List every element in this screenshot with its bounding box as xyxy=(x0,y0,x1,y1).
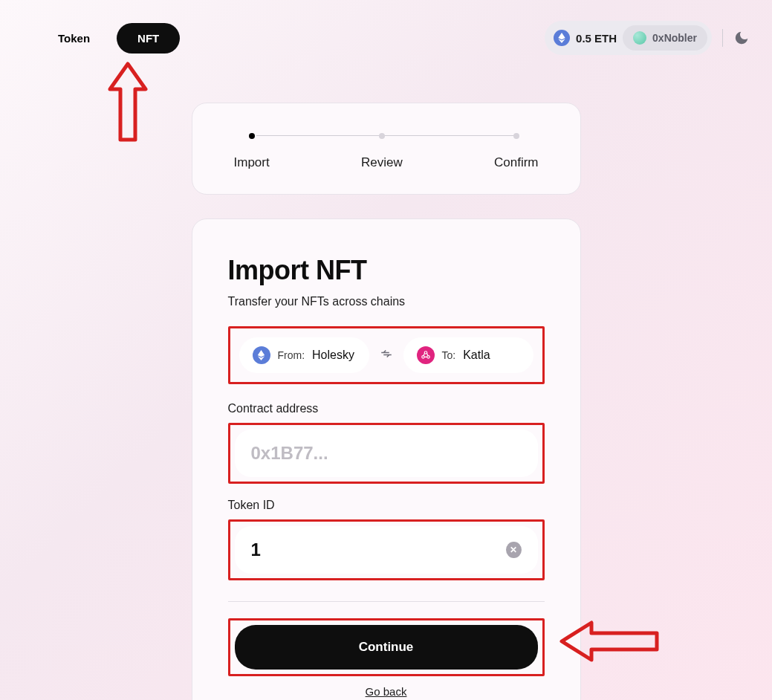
holesky-chain-icon xyxy=(253,346,270,364)
step-confirm: Confirm xyxy=(494,133,539,170)
ethereum-icon xyxy=(554,30,570,46)
tab-token[interactable]: Token xyxy=(37,23,111,54)
nav-tabs: Token NFT xyxy=(37,23,180,54)
svg-point-0 xyxy=(424,351,427,354)
contract-address-label: Contract address xyxy=(228,402,545,415)
go-back-link[interactable]: Go back xyxy=(366,685,407,698)
step-review: Review xyxy=(361,133,403,170)
continue-button[interactable]: Continue xyxy=(235,625,538,670)
import-form: Import NFT Transfer your NFTs across cha… xyxy=(192,218,581,700)
contract-address-input-box xyxy=(235,430,538,477)
token-id-input[interactable] xyxy=(251,539,506,560)
annotation-arrow-left-icon xyxy=(557,615,661,670)
step-import: Import xyxy=(234,133,270,170)
from-chain-selector[interactable]: From: Holesky xyxy=(239,337,369,373)
theme-toggle[interactable] xyxy=(733,30,750,46)
stepper-card: Import Review Confirm xyxy=(192,103,581,195)
chain-selector-row: From: Holesky To: Katla xyxy=(228,326,545,384)
svg-point-2 xyxy=(426,356,429,359)
account-avatar-icon xyxy=(633,31,646,45)
wallet-pill[interactable]: 0.5 ETH 0xNobler xyxy=(545,21,712,55)
divider xyxy=(228,601,545,602)
page-subtitle: Transfer your NFTs across chains xyxy=(228,295,545,308)
contract-address-input[interactable] xyxy=(251,443,522,464)
token-id-input-box: ✕ xyxy=(235,526,538,574)
swap-chains-icon[interactable] xyxy=(380,347,393,363)
wallet-balance: 0.5 ETH xyxy=(576,32,617,45)
to-chain-selector[interactable]: To: Katla xyxy=(403,337,533,373)
page-title: Import NFT xyxy=(228,255,545,286)
svg-point-1 xyxy=(421,356,424,359)
tab-nft[interactable]: NFT xyxy=(117,23,180,54)
clear-icon[interactable]: ✕ xyxy=(506,542,522,558)
token-id-label: Token ID xyxy=(228,499,545,512)
wallet-account[interactable]: 0xNobler xyxy=(623,25,707,51)
annotation-arrow-up-icon xyxy=(106,61,150,147)
divider xyxy=(722,29,723,47)
katla-chain-icon xyxy=(417,346,435,364)
